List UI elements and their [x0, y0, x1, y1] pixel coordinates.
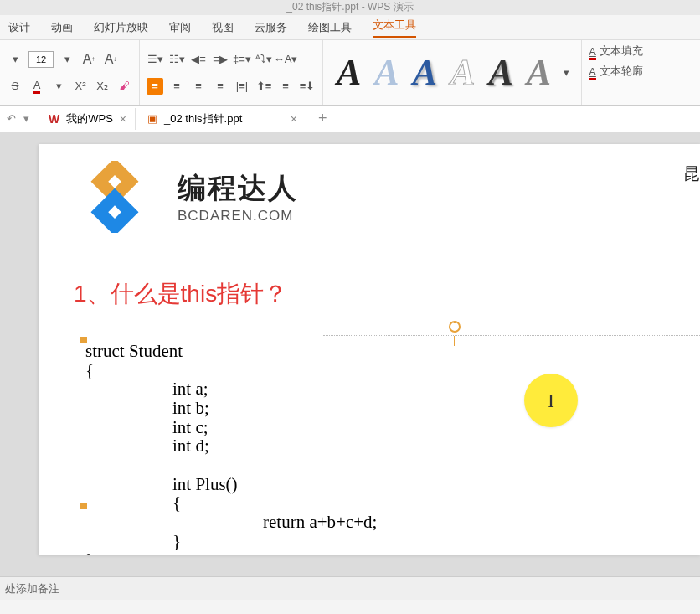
code-line: {: [85, 361, 445, 380]
slide-canvas[interactable]: 编程达人 BCDAREN.COM 昆 1、什么是this指针？ struct S…: [0, 132, 700, 576]
code-line: int a;: [85, 379, 445, 399]
logo-icon: [69, 161, 161, 233]
text-fill-label: 文本填充: [600, 44, 643, 59]
numbering-icon[interactable]: ☷▾: [168, 51, 185, 68]
text-style-preset-2[interactable]: A: [368, 51, 405, 94]
logo-subtitle: BCDAREN.COM: [178, 208, 298, 224]
line-spacing-icon[interactable]: ‡≡▾: [234, 51, 250, 68]
logo-block: 编程达人 BCDAREN.COM: [69, 161, 670, 233]
char-spacing-icon[interactable]: ↔A▾: [277, 51, 294, 68]
dropdown-icon[interactable]: ▾: [23, 112, 37, 126]
dropdown-icon[interactable]: ▾: [59, 51, 75, 68]
menu-slideshow[interactable]: 幻灯片放映: [94, 20, 148, 35]
code-line: struct Student: [85, 342, 445, 361]
indent-left-icon[interactable]: ◀≡: [190, 51, 207, 68]
menu-review[interactable]: 审阅: [169, 20, 191, 35]
align-right-icon[interactable]: ≡: [190, 78, 207, 95]
slide-content[interactable]: 编程达人 BCDAREN.COM 昆 1、什么是this指针？ struct S…: [39, 144, 700, 555]
slide-heading[interactable]: 1、什么是this指针？: [74, 278, 670, 310]
resize-handle[interactable]: [80, 337, 87, 343]
code-line: }: [85, 532, 445, 551]
clear-format-icon[interactable]: 🖌: [116, 78, 132, 95]
ribbon-toolbar: ▾ ▾ A↑ A↓ S A ▾ X² X₂ 🖌 ☰▾ ☷▾ ◀≡ ≡▶ ‡≡▾ …: [0, 40, 700, 106]
text-style-preset-3[interactable]: A: [406, 51, 444, 94]
more-presets-icon[interactable]: ▾: [558, 64, 574, 81]
rotate-handle[interactable]: [448, 320, 461, 346]
notes-bar[interactable]: 处添加备注: [0, 576, 700, 600]
code-line: int b;: [85, 399, 445, 418]
text-direction-icon[interactable]: ᴬ⤵▾: [255, 51, 272, 68]
menu-drawtools[interactable]: 绘图工具: [308, 20, 352, 35]
valign-bot-icon[interactable]: ≡⬇: [299, 78, 316, 95]
text-outline-button[interactable]: A 文本轮廓: [589, 64, 643, 79]
cursor-highlight: I: [524, 374, 578, 427]
undo-icon[interactable]: ↶: [7, 112, 20, 126]
valign-mid-icon[interactable]: ≡: [277, 78, 294, 95]
code-line: return a+b+c+d;: [85, 513, 445, 532]
text-style-preset-5[interactable]: A: [481, 51, 519, 94]
logo-title: 编程达人: [178, 169, 298, 208]
document-tabs: ↶ ▾ W 我的WPS × ▣ _02 this指针.ppt × +: [0, 106, 700, 132]
text-style-preset-6[interactable]: A: [520, 51, 558, 94]
add-tab-icon[interactable]: +: [310, 110, 336, 127]
align-justify-icon[interactable]: ≡: [212, 78, 229, 95]
code-line: int Plus(): [85, 475, 445, 494]
code-line: int d;: [85, 436, 445, 456]
ppt-file-icon: ▣: [147, 112, 157, 125]
font-size-input[interactable]: [28, 51, 54, 68]
text-fill-icon: A: [589, 45, 596, 58]
decrease-font-icon[interactable]: A↓: [102, 51, 119, 68]
increase-font-icon[interactable]: A↑: [80, 51, 97, 68]
text-outline-icon: A: [589, 65, 596, 78]
top-right-text: 昆: [683, 163, 700, 185]
tab-wps-home[interactable]: W 我的WPS ×: [40, 108, 136, 130]
text-fill-button[interactable]: A 文本填充: [589, 44, 643, 59]
text-style-preset-1[interactable]: A: [330, 51, 368, 94]
dropdown-icon[interactable]: ▾: [50, 78, 67, 95]
code-line: int c;: [85, 418, 445, 437]
code-textbox[interactable]: struct Student { int a; int b; int c; in…: [85, 342, 445, 555]
code-line: };: [85, 550, 445, 555]
window-titlebar: _02 this指针.ppt - WPS 演示: [0, 0, 700, 15]
menu-cloud[interactable]: 云服务: [255, 20, 287, 35]
strikethrough-icon[interactable]: S: [7, 78, 23, 95]
menu-view[interactable]: 视图: [212, 20, 234, 35]
wps-logo-icon: W: [49, 112, 59, 126]
close-icon[interactable]: ×: [291, 112, 297, 126]
selection-border: [323, 335, 700, 336]
close-icon[interactable]: ×: [120, 112, 126, 126]
font-color-icon[interactable]: A: [28, 78, 45, 95]
dropdown-icon[interactable]: ▾: [7, 51, 23, 68]
subscript-icon[interactable]: X₂: [94, 78, 111, 95]
text-style-preset-4[interactable]: A: [444, 51, 481, 94]
tab-ppt-file[interactable]: ▣ _02 this指针.ppt ×: [139, 108, 306, 130]
bullets-icon[interactable]: ☰▾: [147, 51, 163, 68]
text-outline-label: 文本轮廓: [600, 64, 643, 79]
align-center-icon[interactable]: ≡: [168, 78, 185, 95]
tab-label: _02 this指针.ppt: [164, 111, 242, 126]
code-line: {: [85, 493, 445, 513]
tab-label: 我的WPS: [66, 111, 113, 126]
indent-right-icon[interactable]: ≡▶: [212, 51, 229, 68]
menu-texttools[interactable]: 文本工具: [373, 18, 416, 38]
resize-handle[interactable]: [80, 503, 87, 509]
distribute-icon[interactable]: |≡|: [234, 78, 250, 95]
superscript-icon[interactable]: X²: [72, 78, 89, 95]
menu-animation[interactable]: 动画: [51, 20, 73, 35]
code-line: [85, 456, 445, 475]
menu-bar: 设计 动画 幻灯片放映 审阅 视图 云服务 绘图工具 文本工具: [0, 15, 700, 40]
menu-design[interactable]: 设计: [8, 20, 30, 35]
valign-top-icon[interactable]: ⬆≡: [255, 78, 272, 95]
align-left-icon[interactable]: ≡: [147, 78, 163, 95]
